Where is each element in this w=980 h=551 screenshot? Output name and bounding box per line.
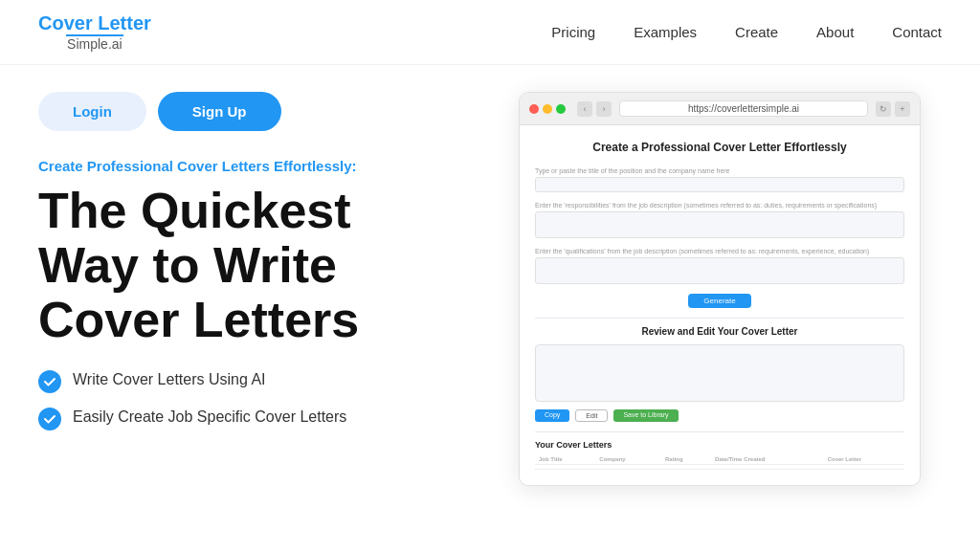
browser-actions: ↻ + xyxy=(876,101,910,117)
mock-separator-1 xyxy=(535,318,904,319)
nav-contact[interactable]: Contact xyxy=(892,24,942,40)
th-rating: Rating xyxy=(661,454,711,465)
reload-btn: ↻ xyxy=(876,101,891,117)
nav-about[interactable]: About xyxy=(816,24,854,40)
mock-save-btn: Save to Library xyxy=(613,409,678,422)
feature-list: Write Cover Letters Using AI Easily Crea… xyxy=(38,369,459,430)
back-btn: ‹ xyxy=(577,101,592,117)
mock-generate-btn: Generate xyxy=(688,294,750,308)
dot-yellow xyxy=(543,104,552,114)
share-btn: + xyxy=(895,101,910,117)
dot-green xyxy=(556,104,566,114)
th-cover-letter: Cover Letter xyxy=(824,454,904,465)
hero-subtitle: Create Professional Cover Letters Effort… xyxy=(38,158,459,174)
hero-heading-line3: Cover Letters xyxy=(38,292,359,347)
address-bar: https://coverlettersimple.ai xyxy=(619,100,868,117)
login-button[interactable]: Login xyxy=(38,92,146,131)
mock-form-section-3: Enter the 'qualifications' from the job … xyxy=(535,248,904,284)
mock-review-title: Review and Edit Your Cover Letter xyxy=(535,326,904,337)
td-job-title xyxy=(535,465,595,470)
dot-red xyxy=(529,104,539,114)
signup-button[interactable]: Sign Up xyxy=(158,92,281,131)
logo-simple-ai: Simple.ai xyxy=(67,37,122,52)
hero-heading-line1: The Quickest xyxy=(38,183,351,238)
auth-buttons: Login Sign Up xyxy=(38,92,459,131)
mock-review-btns: Copy Edit Save to Library xyxy=(535,409,904,422)
hero-heading: The Quickest Way to Write Cover Letters xyxy=(38,184,459,348)
nav-create[interactable]: Create xyxy=(735,24,778,40)
th-company: Company xyxy=(595,454,661,465)
mock-separator-2 xyxy=(535,431,904,432)
logo-cover-letter: Cover Letter xyxy=(38,12,151,33)
feature-item-1: Write Cover Letters Using AI xyxy=(38,369,459,393)
left-column: Login Sign Up Create Professional Cover … xyxy=(38,84,459,551)
th-date-created: Date/Time Created xyxy=(711,454,824,465)
browser-content: Create a Professional Cover Letter Effor… xyxy=(520,125,920,485)
browser-nav-btns: ‹ › xyxy=(577,101,612,117)
mock-form-section-1: Type or paste the title of the position … xyxy=(535,167,904,192)
main-nav: Pricing Examples Create About Contact xyxy=(551,24,942,40)
mock-input-2 xyxy=(535,211,904,238)
mock-letters-table: Job Title Company Rating Date/Time Creat… xyxy=(535,454,904,470)
mock-generate-btn-wrap: Generate xyxy=(535,294,904,308)
hero-heading-line2: Way to Write xyxy=(38,237,337,293)
mock-form-label-2: Enter the 'responsibilities' from the jo… xyxy=(535,202,904,209)
mock-form-section-2: Enter the 'responsibilities' from the jo… xyxy=(535,202,904,238)
forward-btn: › xyxy=(596,101,612,117)
table-header-row: Job Title Company Rating Date/Time Creat… xyxy=(535,454,904,465)
check-icon-1 xyxy=(38,370,61,393)
mock-copy-btn: Copy xyxy=(535,409,569,422)
feature-text-2: Easily Create Job Specific Cover Letters xyxy=(73,407,346,428)
mock-input-3 xyxy=(535,257,904,284)
mock-input-1 xyxy=(535,177,904,192)
th-job-title: Job Title xyxy=(535,454,595,465)
browser-mockup: ‹ › https://coverlettersimple.ai ↻ + Cre… xyxy=(519,92,921,486)
table-row xyxy=(535,465,904,470)
td-company xyxy=(595,465,661,470)
browser-bar: ‹ › https://coverlettersimple.ai ↻ + xyxy=(520,93,920,125)
check-icon-2 xyxy=(38,408,61,430)
header: Cover Letter Simple.ai Pricing Examples … xyxy=(0,0,980,65)
nav-examples[interactable]: Examples xyxy=(634,24,697,40)
mock-form-label-1: Type or paste the title of the position … xyxy=(535,167,904,174)
mock-form-label-3: Enter the 'qualifications' from the job … xyxy=(535,248,904,254)
nav-pricing[interactable]: Pricing xyxy=(551,24,595,40)
feature-text-1: Write Cover Letters Using AI xyxy=(73,369,266,390)
mock-table-title: Your Cover Letters xyxy=(535,440,904,450)
mock-review-box xyxy=(535,344,904,402)
right-column: ‹ › https://coverlettersimple.ai ↻ + Cre… xyxy=(498,84,942,551)
td-date xyxy=(711,465,824,470)
feature-item-2: Easily Create Job Specific Cover Letters xyxy=(38,407,459,430)
main-content: Login Sign Up Create Professional Cover … xyxy=(0,65,980,551)
browser-dots xyxy=(529,104,566,114)
mock-page-title: Create a Professional Cover Letter Effor… xyxy=(535,141,904,154)
mock-edit-btn: Edit xyxy=(575,409,608,422)
td-rating xyxy=(661,465,711,470)
td-letter xyxy=(824,465,904,470)
logo[interactable]: Cover Letter Simple.ai xyxy=(38,12,151,52)
